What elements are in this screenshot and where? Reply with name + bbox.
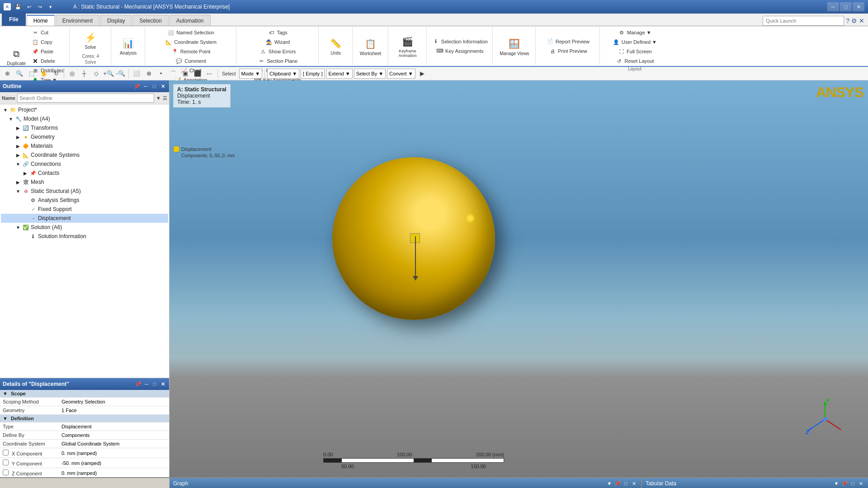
tabular-max-btn[interactable]: □: [849, 480, 856, 487]
worksheet-btn[interactable]: 📋 Worksheet: [356, 34, 385, 58]
rotate-btn[interactable]: ↻: [51, 68, 61, 79]
tree-item-analysis-settings[interactable]: ⚙ Analysis Settings: [1, 196, 168, 205]
show-errors-btn[interactable]: ⚠ Show Errors: [258, 47, 298, 56]
print-preview-btn[interactable]: 🖨 Print Preview: [547, 47, 589, 56]
clipboard-dropdown[interactable]: Clipboard ▼: [267, 69, 299, 79]
definition-expand[interactable]: ▼: [3, 416, 8, 421]
graph-pin-btn[interactable]: 📌: [614, 480, 621, 487]
undo-quick-btn[interactable]: ↩: [24, 2, 33, 11]
close-btn[interactable]: ✕: [853, 2, 864, 11]
analysis-btn[interactable]: 📊 Analysis: [115, 34, 142, 58]
outline-close-btn[interactable]: ✕: [159, 83, 166, 90]
delete-btn[interactable]: 🗙 Delete: [30, 56, 66, 66]
key-assignments-btn2[interactable]: ⌨ Key Assignments: [434, 47, 485, 56]
orbit-btn[interactable]: ◎: [66, 68, 77, 79]
outline-minimize-btn[interactable]: ─: [142, 83, 149, 90]
zoom-in-btn[interactable]: 🔍: [14, 68, 25, 79]
section-plane-btn[interactable]: ✂ Section Plane: [256, 56, 299, 66]
tabular-pin-btn[interactable]: 📌: [841, 480, 848, 487]
details-min-btn[interactable]: ─: [143, 380, 150, 388]
solve-btn[interactable]: ⚡ Solve: [75, 28, 106, 52]
settings-btn[interactable]: ⚙: [851, 17, 857, 24]
graph-collapse-btn[interactable]: ▼: [606, 480, 613, 487]
redo-quick-btn[interactable]: ↪: [35, 2, 44, 11]
close-ribbon-btn[interactable]: ✕: [859, 17, 864, 24]
coordinate-system-btn[interactable]: 📐 Coordinate System: [163, 38, 218, 47]
tab-selection[interactable]: Selection: [132, 15, 168, 26]
expand-transforms[interactable]: ▶: [15, 126, 21, 131]
tree-item-fixed-support[interactable]: ✓ Fixed Support: [1, 205, 168, 214]
tree-item-solution-info[interactable]: ℹ Solution Information: [1, 232, 168, 241]
outline-maximize-btn[interactable]: □: [151, 83, 158, 90]
extend-dropdown[interactable]: Extend ▼: [326, 69, 352, 79]
y-component-checkbox[interactable]: [3, 460, 9, 465]
maximize-btn[interactable]: □: [840, 2, 852, 11]
tabular-collapse-btn[interactable]: ▼: [833, 480, 840, 487]
search-outline-input[interactable]: [17, 94, 154, 103]
edge-btn[interactable]: ⌒: [168, 68, 179, 79]
zoom-in2-btn[interactable]: +🔍: [103, 68, 114, 79]
mode-dropdown[interactable]: Mode ▼: [239, 69, 262, 79]
user-defined-btn[interactable]: 👤 User Defined ▼: [611, 38, 659, 47]
tab-file[interactable]: File: [2, 13, 26, 26]
save-quick-btn[interactable]: 💾: [14, 2, 23, 11]
z-component-checkbox[interactable]: [3, 469, 9, 475]
named-selection-btn[interactable]: ⬜ Named Selection: [165, 28, 216, 37]
tree-item-displacement[interactable]: → Displacement: [1, 214, 168, 223]
wizard-btn[interactable]: 🧙 Wizard: [264, 38, 292, 47]
expand-solution[interactable]: ▼: [15, 225, 21, 230]
search-filter-btn[interactable]: ▼: [156, 95, 161, 101]
arrow-btn[interactable]: ▶: [417, 68, 428, 79]
tree-item-geometry[interactable]: ▶ ● Geometry: [1, 132, 168, 141]
expand-geometry[interactable]: ▶: [15, 135, 21, 140]
select-by-dropdown[interactable]: Select By ▼: [354, 69, 386, 79]
convert-dropdown[interactable]: Convert ▼: [387, 69, 415, 79]
details-close-btn[interactable]: ✕: [159, 380, 166, 388]
cut-btn[interactable]: ✂ Cut: [30, 28, 66, 37]
full-screen-btn[interactable]: ⛶ Full Screen: [616, 47, 654, 56]
keyframe-animation-btn[interactable]: 🎬 Keyframe Animation: [392, 32, 424, 60]
wireframe-btn[interactable]: ◇: [91, 68, 102, 79]
graph-max-btn[interactable]: □: [622, 480, 629, 487]
dropdown-quick-btn[interactable]: ▾: [46, 2, 55, 11]
face-btn[interactable]: ▣: [180, 68, 191, 79]
tree-item-coord-systems[interactable]: ▶ 📐 Coordinate Systems: [1, 150, 168, 160]
expand-mesh[interactable]: ▶: [15, 180, 21, 185]
empty-dropdown[interactable]: [ Empty ]: [301, 69, 325, 79]
zoom-out-btn[interactable]: -🔍: [115, 68, 126, 79]
tab-automation[interactable]: Automation: [170, 15, 211, 26]
tab-home[interactable]: Home: [27, 15, 55, 26]
selection-information-btn[interactable]: ℹ Selection Information: [430, 37, 490, 46]
vertex-btn[interactable]: •: [156, 68, 166, 79]
expand-model[interactable]: ▼: [8, 117, 14, 122]
pan-btn[interactable]: ✋: [38, 68, 49, 79]
tabular-close-btn[interactable]: ✕: [857, 480, 864, 487]
minimize-btn[interactable]: ─: [827, 2, 839, 11]
tree-item-mesh[interactable]: ▶ 🕸 Mesh: [1, 178, 168, 187]
expand-coord[interactable]: ▶: [15, 153, 21, 158]
select-mode-btn[interactable]: ⬜: [131, 68, 142, 79]
help-btn[interactable]: ?: [846, 17, 849, 24]
tree-item-project[interactable]: ▼ 📁 Project*: [1, 105, 168, 114]
details-max-btn[interactable]: □: [151, 380, 158, 388]
tree-item-materials[interactable]: ▶ 🔶 Materials: [1, 141, 168, 150]
search-options-btn[interactable]: ☰: [163, 95, 167, 101]
scope-expand[interactable]: ▼: [3, 391, 8, 396]
tree-item-solution[interactable]: ▼ ✅ Solution (A6): [1, 223, 168, 232]
expand-static-structural[interactable]: ▼: [15, 189, 21, 194]
expand-project[interactable]: ▼: [3, 108, 8, 113]
outline-pin-btn[interactable]: 📌: [133, 83, 141, 90]
manage-btn[interactable]: ⚙ Manage ▼: [616, 28, 653, 37]
quick-launch-input[interactable]: [763, 16, 844, 26]
reset-layout-btn[interactable]: ↺ Reset Layout: [614, 56, 656, 66]
tab-environment[interactable]: Environment: [56, 15, 99, 26]
duplicate-btn[interactable]: ⧉ Duplicate: [5, 44, 28, 68]
tab-display[interactable]: Display: [100, 15, 132, 26]
box-select-btn[interactable]: ⊕: [143, 68, 154, 79]
expand-connections[interactable]: ▼: [15, 162, 21, 167]
expand-contacts[interactable]: ▶: [23, 171, 28, 176]
comment-btn[interactable]: 💬 Comment: [174, 56, 208, 66]
copy-btn[interactable]: 📋 Copy: [30, 38, 66, 47]
remote-point-btn[interactable]: 📍 Remote Point: [170, 47, 212, 56]
paste-btn[interactable]: 📌 Paste: [30, 47, 66, 56]
